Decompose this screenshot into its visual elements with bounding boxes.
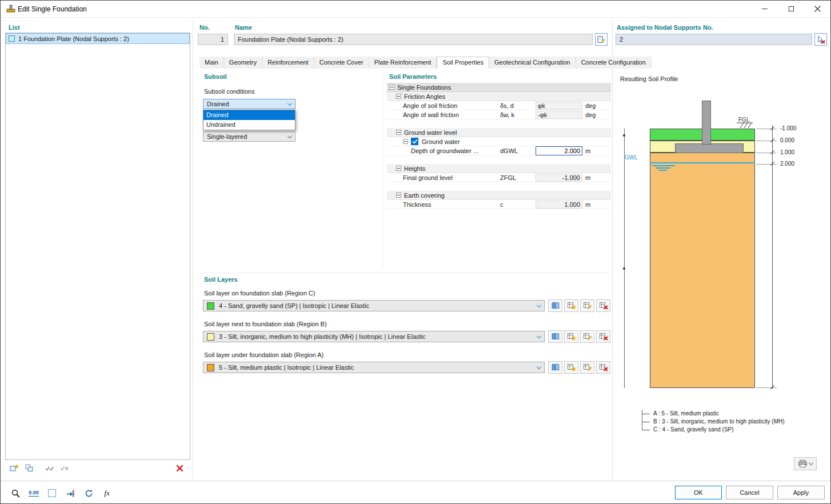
tab-concrete-cover[interactable]: Concrete Cover <box>314 57 369 69</box>
uncheck-items-button[interactable] <box>58 462 71 474</box>
list-item[interactable]: 1 Foundation Plate (Nodal Supports : 2) <box>6 33 190 44</box>
collapse-icon[interactable] <box>403 139 408 144</box>
dimension-line <box>772 125 773 389</box>
tab-soil-properties[interactable]: Soil Properties <box>437 57 489 69</box>
collapse-icon[interactable] <box>396 166 401 171</box>
value-cell[interactable]: φk <box>536 102 582 110</box>
dimension-value: -1.000 <box>780 125 796 131</box>
ok-button[interactable]: OK <box>675 486 722 499</box>
tab-plate-reinforcement[interactable]: Plate Reinforcement <box>369 57 437 69</box>
apply-to-selected-button[interactable] <box>62 486 78 501</box>
soil-color-swatch <box>207 364 214 371</box>
unit-cell: m <box>582 174 611 181</box>
soil-layer-c-label: Soil layer on foundation slab (Region C) <box>204 290 315 297</box>
tab-geometry[interactable]: Geometry <box>224 57 262 69</box>
new-material-button[interactable] <box>564 330 578 343</box>
legend-tick <box>642 422 650 422</box>
gwl-line <box>656 167 670 169</box>
assigned-supports-label: Assigned to Nodal Supports No. <box>617 24 713 31</box>
delete-table-icon <box>599 332 608 341</box>
apply-button[interactable]: Apply <box>777 486 825 499</box>
minimize-button[interactable] <box>752 1 778 17</box>
soil-layer-c-select[interactable]: 4 - Sand, gravelly sand (SP) | Isotropic… <box>203 300 545 311</box>
subsoil-conditions-label: Subsoil conditions <box>204 88 255 95</box>
refresh-button[interactable] <box>81 486 97 501</box>
edit-material-button[interactable] <box>580 330 594 343</box>
profile-left-line <box>624 129 625 388</box>
select-supports-button[interactable] <box>814 33 827 46</box>
print-button[interactable] <box>794 457 817 470</box>
value-cell[interactable]: -1.000 <box>536 174 582 182</box>
edit-material-button[interactable] <box>580 299 594 312</box>
tab-geotechnical-configuration[interactable]: Geotechnical Configuration <box>489 57 576 69</box>
collapse-icon[interactable] <box>396 193 401 198</box>
maximize-button[interactable] <box>778 1 804 17</box>
soil-layer-a-label: Soil layer under foundation slab (Region… <box>204 351 323 358</box>
close-icon <box>814 6 821 12</box>
color-box-icon <box>48 489 56 497</box>
spacer-row <box>387 182 611 191</box>
edit-table-icon <box>583 332 592 341</box>
ground-water-checkbox[interactable] <box>411 138 418 145</box>
row-depth-of-groundwater: Depth of groundwater ... dGWL m <box>387 146 611 155</box>
new-material-button[interactable] <box>564 361 578 374</box>
depth-groundwater-input[interactable] <box>536 146 582 155</box>
preview-button[interactable] <box>7 486 23 501</box>
name-label: Name <box>235 24 252 31</box>
subsoil-conditions-select[interactable]: Drained <box>203 99 295 109</box>
legend-entry-a: A : 5 - Silt, medium plastic <box>653 410 719 417</box>
soil-color-swatch <box>207 333 214 341</box>
window-title: Edit Single Foundation <box>18 5 87 13</box>
collapse-icon[interactable] <box>389 85 394 90</box>
delete-material-button[interactable] <box>596 361 610 374</box>
chevron-down-icon <box>287 101 292 105</box>
delete-foundation-button[interactable] <box>172 462 187 474</box>
copy-foundation-button[interactable] <box>22 462 36 474</box>
assign-arrow-icon <box>66 489 75 498</box>
delete-material-button[interactable] <box>596 299 610 312</box>
assigned-supports-field[interactable]: 2 <box>616 34 812 45</box>
row-angle-of-wall-friction: Angle of wall friction δw, k -φk deg <box>387 110 611 119</box>
tab-concrete-configuration[interactable]: Concrete Configuration <box>576 57 652 69</box>
tab-reinforcement[interactable]: Reinforcement <box>262 57 314 69</box>
minimize-icon <box>762 9 768 9</box>
subsoil-layering-select[interactable]: Single-layered <box>203 131 295 142</box>
soil-layer-a-select[interactable]: 5 - Silt, medium plastic | Isotropic | L… <box>203 362 545 373</box>
formula-button[interactable]: fx <box>99 486 115 501</box>
cancel-button[interactable]: Cancel <box>726 486 773 499</box>
tab-main[interactable]: Main <box>199 57 224 69</box>
decimal-places-label: 0.00 <box>29 490 39 497</box>
printer-icon <box>798 460 807 467</box>
soil-layer-b-select[interactable]: 3 - Silt, inorganic, medium to high plas… <box>203 331 545 342</box>
subsoil-header: Subsoil <box>204 73 227 80</box>
material-library-button[interactable] <box>548 330 562 343</box>
foundation-list[interactable]: 1 Foundation Plate (Nodal Supports : 2) <box>5 33 190 460</box>
value-cell[interactable]: 1.000 <box>536 201 582 209</box>
pick-remove-icon <box>817 35 825 44</box>
new-material-button[interactable] <box>564 299 578 312</box>
list-item-label: 1 Foundation Plate (Nodal Supports : 2) <box>18 35 129 42</box>
collapse-icon[interactable] <box>396 94 401 99</box>
profile-layer-a <box>650 153 755 388</box>
check-items-button[interactable] <box>43 462 57 474</box>
collapse-icon[interactable] <box>396 130 401 135</box>
edit-material-button[interactable] <box>580 361 594 374</box>
legend-connector <box>642 410 642 430</box>
chevron-down-icon <box>808 461 813 465</box>
foundation-plate-shape <box>675 143 744 153</box>
dropdown-option-drained[interactable]: Drained <box>203 110 295 120</box>
color-scheme-button[interactable] <box>44 486 60 501</box>
add-foundation-button[interactable] <box>7 462 21 474</box>
delete-material-button[interactable] <box>596 330 610 343</box>
edit-name-button[interactable] <box>595 33 608 46</box>
close-button[interactable] <box>804 1 830 17</box>
function-label: fx <box>104 489 109 498</box>
value-cell[interactable]: -φk <box>536 111 582 119</box>
decimal-places-button[interactable]: 0.00 <box>26 486 42 501</box>
library-book-icon <box>551 332 560 341</box>
material-library-button[interactable] <box>548 299 562 312</box>
edit-table-icon <box>583 363 592 372</box>
material-library-button[interactable] <box>548 361 562 374</box>
dropdown-option-undrained[interactable]: Undrained <box>203 120 295 130</box>
name-field[interactable]: Foundation Plate (Nodal Supports : 2) <box>234 34 593 45</box>
